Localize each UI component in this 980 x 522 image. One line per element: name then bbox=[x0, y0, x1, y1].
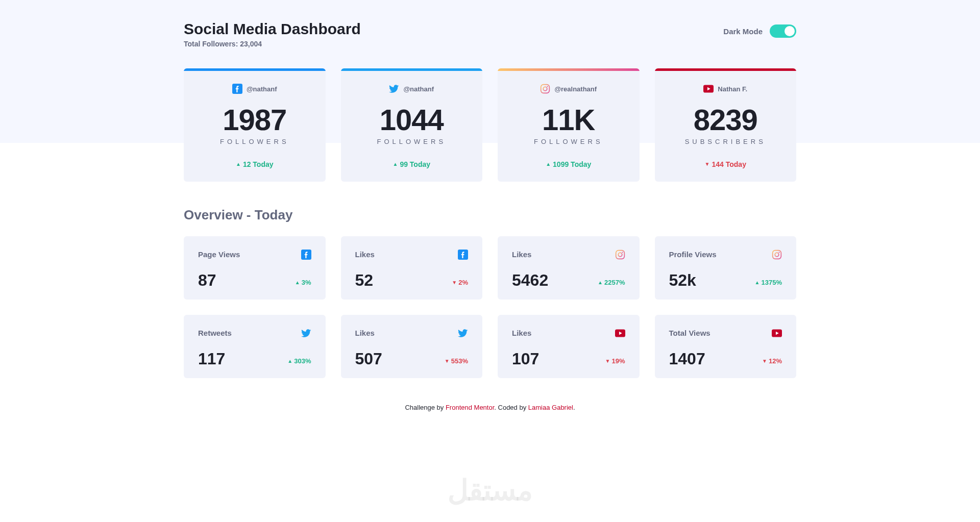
overview-card-total-views-yt[interactable]: Total Views 1407 ▼12% bbox=[655, 315, 797, 378]
follower-label: SUBSCRIBERS bbox=[665, 138, 787, 145]
twitter-icon bbox=[389, 84, 399, 94]
dark-mode-label: Dark Mode bbox=[723, 27, 763, 36]
metric-change: ▼19% bbox=[605, 357, 625, 367]
arrow-up-icon: ▲ bbox=[393, 161, 398, 167]
arrow-down-icon: ▼ bbox=[605, 358, 610, 364]
overview-card-likes-tw[interactable]: Likes 507 ▼553% bbox=[341, 315, 483, 378]
svg-rect-1 bbox=[541, 85, 550, 93]
card-accent-instagram bbox=[498, 68, 640, 71]
arrow-down-icon: ▼ bbox=[705, 161, 710, 167]
change-indicator: ▲ 12 Today bbox=[236, 160, 274, 168]
svg-point-2 bbox=[544, 87, 548, 91]
follower-card-instagram[interactable]: @realnathanf 11K FOLLOWERS ▲ 1099 Today bbox=[498, 68, 640, 182]
follower-card-twitter[interactable]: @nathanf 1044 FOLLOWERS ▲ 99 Today bbox=[341, 68, 483, 182]
youtube-icon bbox=[772, 328, 782, 338]
change-indicator: ▼ 144 Today bbox=[705, 160, 746, 168]
footer-suffix: . bbox=[573, 404, 575, 411]
metric-change: ▼12% bbox=[762, 357, 782, 367]
overview-card-likes-ig[interactable]: Likes 5462 ▲2257% bbox=[498, 236, 640, 300]
metric-label: Total Views bbox=[669, 329, 710, 337]
overview-card-profile-views-ig[interactable]: Profile Views 52k ▲1375% bbox=[655, 236, 797, 300]
youtube-icon bbox=[703, 84, 714, 94]
metric-value: 87 bbox=[198, 272, 216, 288]
overview-cards-grid: Page Views 87 ▲3% Likes 52 ▼2% Likes bbox=[184, 236, 796, 378]
header-left: Social Media Dashboard Total Followers: … bbox=[184, 20, 361, 48]
handle-row: @realnathanf bbox=[508, 84, 629, 94]
top-cards-grid: @nathanf 1987 FOLLOWERS ▲ 12 Today @nath… bbox=[184, 68, 796, 182]
svg-point-11 bbox=[775, 253, 779, 257]
change-text: 99 Today bbox=[400, 160, 430, 168]
metric-label: Retweets bbox=[198, 329, 232, 337]
change-text: 144 Today bbox=[712, 160, 746, 168]
card-accent-youtube bbox=[655, 68, 797, 71]
follower-label: FOLLOWERS bbox=[351, 138, 473, 145]
follower-card-facebook[interactable]: @nathanf 1987 FOLLOWERS ▲ 12 Today bbox=[184, 68, 326, 182]
follower-card-youtube[interactable]: Nathan F. 8239 SUBSCRIBERS ▼ 144 Today bbox=[655, 68, 797, 182]
facebook-icon bbox=[301, 250, 311, 260]
follower-count: 1987 bbox=[194, 105, 315, 135]
metric-label: Page Views bbox=[198, 250, 240, 259]
metric-value: 507 bbox=[355, 351, 382, 367]
overview-card-retweets-tw[interactable]: Retweets 117 ▲303% bbox=[184, 315, 326, 378]
twitter-icon bbox=[458, 328, 468, 338]
instagram-icon bbox=[540, 84, 550, 94]
instagram-icon bbox=[772, 250, 782, 260]
change-text: 12 Today bbox=[243, 160, 274, 168]
metric-value: 1407 bbox=[669, 351, 705, 367]
arrow-up-icon: ▲ bbox=[287, 358, 292, 364]
follower-label: FOLLOWERS bbox=[194, 138, 315, 145]
metric-label: Profile Views bbox=[669, 250, 717, 259]
handle-row: @nathanf bbox=[194, 84, 315, 94]
arrow-down-icon: ▼ bbox=[445, 358, 450, 364]
overview-title: Overview - Today bbox=[184, 207, 796, 223]
svg-point-3 bbox=[547, 86, 548, 87]
metric-label: Likes bbox=[355, 329, 375, 337]
follower-label: FOLLOWERS bbox=[508, 138, 629, 145]
follower-count: 11K bbox=[508, 105, 629, 135]
main-container: Social Media Dashboard Total Followers: … bbox=[92, 0, 888, 437]
watermark-text: مستقل bbox=[448, 474, 533, 507]
metric-value: 107 bbox=[512, 351, 539, 367]
handle-text: @realnathanf bbox=[554, 85, 597, 93]
arrow-up-icon: ▲ bbox=[295, 280, 300, 285]
metric-value: 52 bbox=[355, 272, 374, 288]
svg-rect-10 bbox=[773, 250, 781, 259]
svg-point-9 bbox=[622, 252, 623, 253]
youtube-icon bbox=[615, 328, 625, 338]
handle-text: Nathan F. bbox=[718, 85, 747, 93]
overview-card-likes-yt[interactable]: Likes 107 ▼19% bbox=[498, 315, 640, 378]
svg-point-12 bbox=[779, 252, 780, 253]
overview-card-likes-fb[interactable]: Likes 52 ▼2% bbox=[341, 236, 483, 300]
arrow-up-icon: ▲ bbox=[236, 161, 241, 167]
arrow-up-icon: ▲ bbox=[546, 161, 551, 167]
arrow-down-icon: ▼ bbox=[762, 358, 767, 364]
author-link[interactable]: Lamiaa Gabriel bbox=[528, 404, 573, 411]
instagram-icon bbox=[615, 250, 625, 260]
handle-row: @nathanf bbox=[351, 84, 473, 94]
metric-change: ▲1375% bbox=[755, 279, 782, 288]
arrow-up-icon: ▲ bbox=[755, 280, 760, 285]
arrow-up-icon: ▲ bbox=[598, 280, 603, 285]
handle-text: @nathanf bbox=[247, 85, 277, 93]
footer-mid: . Coded by bbox=[494, 404, 528, 411]
metric-label: Likes bbox=[355, 250, 375, 259]
card-accent-twitter bbox=[341, 68, 483, 71]
dark-mode-toggle[interactable] bbox=[770, 24, 796, 38]
frontend-mentor-link[interactable]: Frontend Mentor bbox=[446, 404, 494, 411]
handle-row: Nathan F. bbox=[665, 84, 787, 94]
svg-point-8 bbox=[618, 253, 622, 257]
footer-prefix: Challenge by bbox=[405, 404, 446, 411]
header: Social Media Dashboard Total Followers: … bbox=[184, 20, 796, 48]
svg-rect-7 bbox=[616, 250, 624, 259]
follower-count: 8239 bbox=[665, 105, 787, 135]
change-text: 1099 Today bbox=[553, 160, 591, 168]
facebook-icon bbox=[458, 250, 468, 260]
metric-change: ▲3% bbox=[295, 279, 311, 288]
metric-change: ▼2% bbox=[452, 279, 468, 288]
follower-count: 1044 bbox=[351, 105, 473, 135]
metric-value: 5462 bbox=[512, 272, 548, 288]
metric-value: 52k bbox=[669, 272, 696, 288]
header-right: Dark Mode bbox=[723, 24, 796, 38]
metric-label: Likes bbox=[512, 250, 531, 259]
overview-card-page-views-fb[interactable]: Page Views 87 ▲3% bbox=[184, 236, 326, 300]
